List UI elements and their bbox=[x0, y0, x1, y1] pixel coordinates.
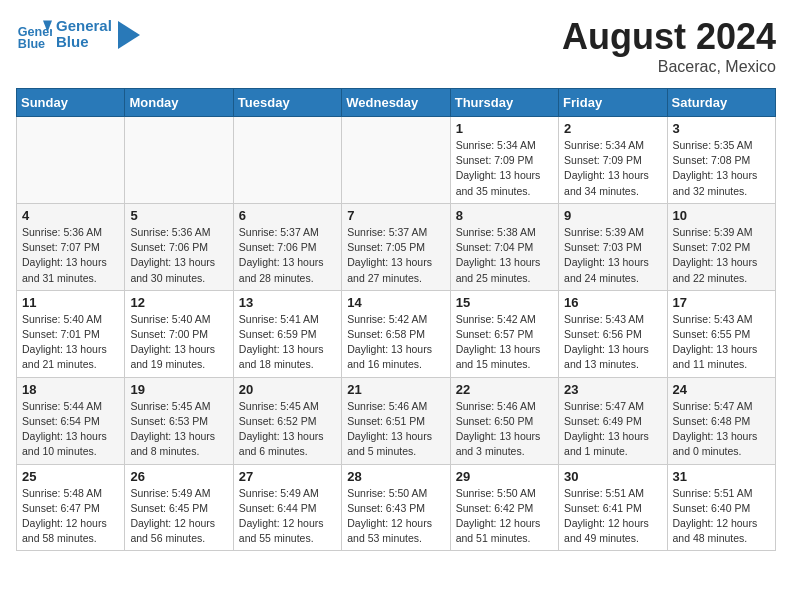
calendar-cell: 7Sunrise: 5:37 AM Sunset: 7:05 PM Daylig… bbox=[342, 203, 450, 290]
main-title: August 2024 bbox=[562, 16, 776, 58]
day-number: 9 bbox=[564, 208, 661, 223]
day-info: Sunrise: 5:51 AM Sunset: 6:41 PM Dayligh… bbox=[564, 486, 661, 547]
calendar-cell: 25Sunrise: 5:48 AM Sunset: 6:47 PM Dayli… bbox=[17, 464, 125, 551]
calendar-cell: 17Sunrise: 5:43 AM Sunset: 6:55 PM Dayli… bbox=[667, 290, 775, 377]
day-info: Sunrise: 5:50 AM Sunset: 6:43 PM Dayligh… bbox=[347, 486, 444, 547]
calendar-cell bbox=[233, 117, 341, 204]
calendar-cell: 10Sunrise: 5:39 AM Sunset: 7:02 PM Dayli… bbox=[667, 203, 775, 290]
day-info: Sunrise: 5:36 AM Sunset: 7:07 PM Dayligh… bbox=[22, 225, 119, 286]
calendar-cell: 24Sunrise: 5:47 AM Sunset: 6:48 PM Dayli… bbox=[667, 377, 775, 464]
logo: General Blue General Blue bbox=[16, 16, 140, 52]
day-number: 2 bbox=[564, 121, 661, 136]
calendar-cell: 13Sunrise: 5:41 AM Sunset: 6:59 PM Dayli… bbox=[233, 290, 341, 377]
day-info: Sunrise: 5:43 AM Sunset: 6:56 PM Dayligh… bbox=[564, 312, 661, 373]
day-number: 17 bbox=[673, 295, 770, 310]
day-number: 10 bbox=[673, 208, 770, 223]
logo-chevron-icon bbox=[118, 21, 140, 49]
calendar-cell: 12Sunrise: 5:40 AM Sunset: 7:00 PM Dayli… bbox=[125, 290, 233, 377]
calendar-cell: 23Sunrise: 5:47 AM Sunset: 6:49 PM Dayli… bbox=[559, 377, 667, 464]
day-number: 21 bbox=[347, 382, 444, 397]
calendar-cell: 28Sunrise: 5:50 AM Sunset: 6:43 PM Dayli… bbox=[342, 464, 450, 551]
day-info: Sunrise: 5:47 AM Sunset: 6:48 PM Dayligh… bbox=[673, 399, 770, 460]
calendar-cell: 22Sunrise: 5:46 AM Sunset: 6:50 PM Dayli… bbox=[450, 377, 558, 464]
calendar-cell: 14Sunrise: 5:42 AM Sunset: 6:58 PM Dayli… bbox=[342, 290, 450, 377]
calendar-cell: 29Sunrise: 5:50 AM Sunset: 6:42 PM Dayli… bbox=[450, 464, 558, 551]
day-header-thursday: Thursday bbox=[450, 89, 558, 117]
day-number: 16 bbox=[564, 295, 661, 310]
calendar-cell bbox=[125, 117, 233, 204]
calendar-cell: 6Sunrise: 5:37 AM Sunset: 7:06 PM Daylig… bbox=[233, 203, 341, 290]
day-number: 20 bbox=[239, 382, 336, 397]
svg-text:Blue: Blue bbox=[18, 37, 45, 51]
week-row-3: 11Sunrise: 5:40 AM Sunset: 7:01 PM Dayli… bbox=[17, 290, 776, 377]
day-info: Sunrise: 5:42 AM Sunset: 6:57 PM Dayligh… bbox=[456, 312, 553, 373]
day-number: 24 bbox=[673, 382, 770, 397]
day-number: 30 bbox=[564, 469, 661, 484]
calendar-cell: 4Sunrise: 5:36 AM Sunset: 7:07 PM Daylig… bbox=[17, 203, 125, 290]
day-info: Sunrise: 5:47 AM Sunset: 6:49 PM Dayligh… bbox=[564, 399, 661, 460]
calendar-cell: 30Sunrise: 5:51 AM Sunset: 6:41 PM Dayli… bbox=[559, 464, 667, 551]
page-header: General Blue General Blue August 2024 Ba… bbox=[16, 16, 776, 76]
day-info: Sunrise: 5:45 AM Sunset: 6:53 PM Dayligh… bbox=[130, 399, 227, 460]
day-number: 6 bbox=[239, 208, 336, 223]
day-number: 4 bbox=[22, 208, 119, 223]
day-number: 11 bbox=[22, 295, 119, 310]
day-info: Sunrise: 5:42 AM Sunset: 6:58 PM Dayligh… bbox=[347, 312, 444, 373]
day-number: 19 bbox=[130, 382, 227, 397]
calendar-cell bbox=[342, 117, 450, 204]
day-number: 31 bbox=[673, 469, 770, 484]
logo-subtext: Blue bbox=[56, 34, 89, 51]
day-number: 29 bbox=[456, 469, 553, 484]
day-number: 26 bbox=[130, 469, 227, 484]
calendar-cell: 20Sunrise: 5:45 AM Sunset: 6:52 PM Dayli… bbox=[233, 377, 341, 464]
day-info: Sunrise: 5:36 AM Sunset: 7:06 PM Dayligh… bbox=[130, 225, 227, 286]
logo-text: General bbox=[56, 18, 112, 35]
day-info: Sunrise: 5:40 AM Sunset: 7:01 PM Dayligh… bbox=[22, 312, 119, 373]
calendar-table: SundayMondayTuesdayWednesdayThursdayFrid… bbox=[16, 88, 776, 551]
day-number: 14 bbox=[347, 295, 444, 310]
day-info: Sunrise: 5:39 AM Sunset: 7:03 PM Dayligh… bbox=[564, 225, 661, 286]
day-header-tuesday: Tuesday bbox=[233, 89, 341, 117]
day-header-saturday: Saturday bbox=[667, 89, 775, 117]
calendar-cell: 15Sunrise: 5:42 AM Sunset: 6:57 PM Dayli… bbox=[450, 290, 558, 377]
week-row-4: 18Sunrise: 5:44 AM Sunset: 6:54 PM Dayli… bbox=[17, 377, 776, 464]
day-info: Sunrise: 5:35 AM Sunset: 7:08 PM Dayligh… bbox=[673, 138, 770, 199]
calendar-cell: 11Sunrise: 5:40 AM Sunset: 7:01 PM Dayli… bbox=[17, 290, 125, 377]
day-number: 18 bbox=[22, 382, 119, 397]
day-info: Sunrise: 5:45 AM Sunset: 6:52 PM Dayligh… bbox=[239, 399, 336, 460]
day-info: Sunrise: 5:40 AM Sunset: 7:00 PM Dayligh… bbox=[130, 312, 227, 373]
day-header-sunday: Sunday bbox=[17, 89, 125, 117]
calendar-cell: 31Sunrise: 5:51 AM Sunset: 6:40 PM Dayli… bbox=[667, 464, 775, 551]
calendar-cell: 3Sunrise: 5:35 AM Sunset: 7:08 PM Daylig… bbox=[667, 117, 775, 204]
day-number: 1 bbox=[456, 121, 553, 136]
day-info: Sunrise: 5:46 AM Sunset: 6:50 PM Dayligh… bbox=[456, 399, 553, 460]
day-info: Sunrise: 5:50 AM Sunset: 6:42 PM Dayligh… bbox=[456, 486, 553, 547]
day-info: Sunrise: 5:41 AM Sunset: 6:59 PM Dayligh… bbox=[239, 312, 336, 373]
day-info: Sunrise: 5:44 AM Sunset: 6:54 PM Dayligh… bbox=[22, 399, 119, 460]
day-header-friday: Friday bbox=[559, 89, 667, 117]
subtitle: Bacerac, Mexico bbox=[562, 58, 776, 76]
day-info: Sunrise: 5:49 AM Sunset: 6:44 PM Dayligh… bbox=[239, 486, 336, 547]
calendar-cell: 19Sunrise: 5:45 AM Sunset: 6:53 PM Dayli… bbox=[125, 377, 233, 464]
day-number: 12 bbox=[130, 295, 227, 310]
day-number: 15 bbox=[456, 295, 553, 310]
day-number: 25 bbox=[22, 469, 119, 484]
calendar-cell: 27Sunrise: 5:49 AM Sunset: 6:44 PM Dayli… bbox=[233, 464, 341, 551]
week-row-2: 4Sunrise: 5:36 AM Sunset: 7:07 PM Daylig… bbox=[17, 203, 776, 290]
day-number: 3 bbox=[673, 121, 770, 136]
day-number: 13 bbox=[239, 295, 336, 310]
calendar-cell: 26Sunrise: 5:49 AM Sunset: 6:45 PM Dayli… bbox=[125, 464, 233, 551]
day-info: Sunrise: 5:37 AM Sunset: 7:05 PM Dayligh… bbox=[347, 225, 444, 286]
day-info: Sunrise: 5:51 AM Sunset: 6:40 PM Dayligh… bbox=[673, 486, 770, 547]
header-row: SundayMondayTuesdayWednesdayThursdayFrid… bbox=[17, 89, 776, 117]
calendar-cell: 1Sunrise: 5:34 AM Sunset: 7:09 PM Daylig… bbox=[450, 117, 558, 204]
day-info: Sunrise: 5:37 AM Sunset: 7:06 PM Dayligh… bbox=[239, 225, 336, 286]
day-number: 27 bbox=[239, 469, 336, 484]
day-number: 7 bbox=[347, 208, 444, 223]
day-header-monday: Monday bbox=[125, 89, 233, 117]
calendar-cell: 16Sunrise: 5:43 AM Sunset: 6:56 PM Dayli… bbox=[559, 290, 667, 377]
day-info: Sunrise: 5:38 AM Sunset: 7:04 PM Dayligh… bbox=[456, 225, 553, 286]
day-info: Sunrise: 5:43 AM Sunset: 6:55 PM Dayligh… bbox=[673, 312, 770, 373]
day-number: 28 bbox=[347, 469, 444, 484]
week-row-1: 1Sunrise: 5:34 AM Sunset: 7:09 PM Daylig… bbox=[17, 117, 776, 204]
